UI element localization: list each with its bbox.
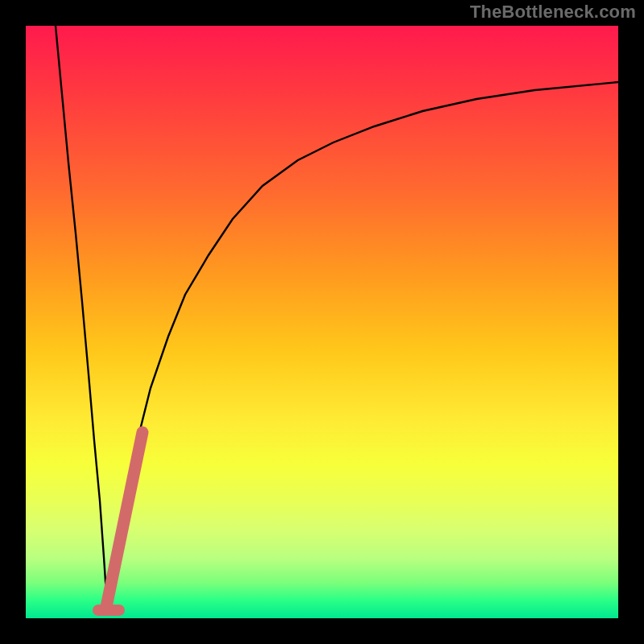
bottleneck-curve	[56, 26, 618, 609]
chart-frame: TheBottleneck.com	[0, 0, 644, 644]
curve-layer	[26, 26, 618, 618]
marker-highlight	[106, 432, 142, 607]
watermark-text: TheBottleneck.com	[470, 2, 636, 23]
plot-area	[26, 26, 618, 618]
